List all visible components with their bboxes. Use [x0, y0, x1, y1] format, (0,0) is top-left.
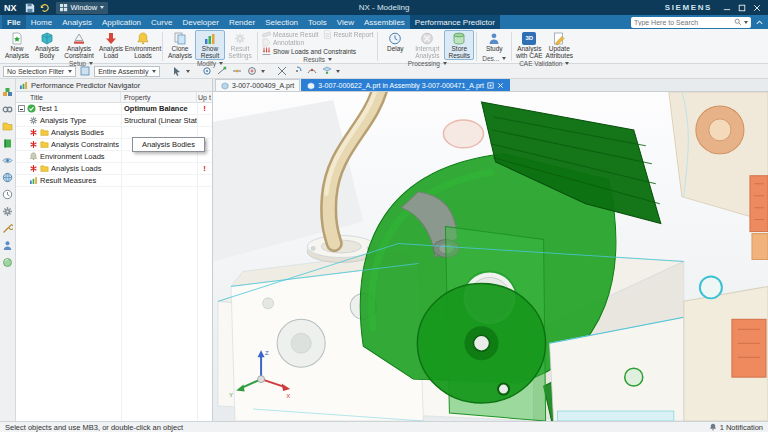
notification-text[interactable]: 1 Notification	[720, 423, 763, 432]
group-divider	[162, 32, 163, 61]
restore-button[interactable]	[734, 1, 749, 14]
navigator-title: Performance Predictor Navigator	[31, 81, 140, 90]
constraint-navigator-icon[interactable]	[2, 101, 13, 112]
store-results-button[interactable]: Store Results	[444, 30, 474, 60]
green-disc-part[interactable]	[417, 283, 545, 403]
pin-tab-icon[interactable]	[487, 82, 494, 89]
tab-curve[interactable]: Curve	[146, 15, 177, 29]
minimize-button[interactable]	[719, 1, 734, 14]
save-icon[interactable]	[24, 2, 36, 14]
hd3d-tools-icon[interactable]	[2, 152, 13, 163]
endpoint-snap-icon[interactable]	[216, 65, 228, 77]
tree-row-environment-loads[interactable]: Environment Loads	[16, 151, 212, 163]
clone-analysis-button[interactable]: Clone Analysis	[165, 30, 195, 60]
process-studio-icon[interactable]	[2, 203, 13, 214]
roles-icon[interactable]	[2, 237, 13, 248]
selection-scope-icon[interactable]	[79, 65, 91, 77]
undo-icon[interactable]	[38, 2, 50, 14]
chevron-down-icon[interactable]	[336, 70, 340, 73]
navigator-header[interactable]: Performance Predictor Navigator	[16, 79, 212, 92]
analysis-body-button[interactable]: Analysis Body	[32, 30, 62, 60]
search-icon[interactable]	[734, 18, 742, 26]
analysis-constraint-button[interactable]: Analysis Constraint	[62, 30, 96, 60]
tab-render[interactable]: Render	[224, 15, 260, 29]
button-label: Analysis Constraint	[63, 46, 95, 59]
part-navigator-icon[interactable]	[2, 118, 13, 129]
doc-tab-1[interactable]: 3-007-000409_A.prt	[215, 79, 300, 91]
reuse-library-icon[interactable]	[2, 135, 13, 146]
point-on-curve-icon[interactable]	[306, 65, 318, 77]
performance-predictor-navigator: Performance Predictor Navigator Title Pr…	[16, 79, 213, 421]
center-snap-icon[interactable]	[246, 65, 258, 77]
chevron-down-icon	[502, 57, 506, 60]
search-input[interactable]	[634, 19, 732, 26]
close-tab-icon[interactable]	[497, 82, 504, 89]
point-on-face-icon[interactable]	[321, 65, 333, 77]
column-property[interactable]: Property	[121, 92, 197, 102]
analysis-with-cae-button[interactable]: 3D Analysis with CAE	[514, 30, 544, 60]
chevron-down-icon[interactable]	[186, 70, 190, 73]
notification-bell-icon[interactable]	[709, 423, 717, 431]
select-cursor-icon[interactable]	[171, 65, 183, 77]
result-report-button: Result Report	[321, 30, 376, 39]
siemens-logo: SIEMENS	[665, 3, 712, 12]
tab-application[interactable]: Application	[97, 15, 146, 29]
command-search[interactable]	[631, 17, 751, 28]
tab-view[interactable]: View	[332, 15, 359, 29]
tab-home[interactable]: Home	[26, 15, 57, 29]
analysis-load-button[interactable]: Analysis Load	[96, 30, 126, 60]
study-button[interactable]: Study	[479, 30, 509, 54]
tab-selection[interactable]: Selection	[260, 15, 303, 29]
web-browser-icon[interactable]	[2, 169, 13, 180]
tree-row-test1[interactable]: Test 1 Optimum Balance !	[16, 103, 212, 115]
show-loads-and-constraints-button[interactable]: Show Loads and Constraints	[260, 47, 358, 56]
tree-row-analysis-type[interactable]: Analysis Type Structural (Linear Statics…	[16, 115, 212, 127]
column-title[interactable]: Title	[16, 92, 121, 102]
group-label-cae-validation[interactable]: CAE Validation	[514, 60, 574, 67]
selection-filter-combo[interactable]: No Selection Filter	[3, 66, 76, 77]
tab-file[interactable]: File	[2, 15, 26, 29]
button-label: Analysis Load	[97, 46, 125, 59]
required-asterisk-icon	[29, 128, 38, 137]
button-label: Result Report	[334, 31, 374, 38]
3d-scene[interactable]: Z X Y	[213, 92, 768, 421]
tree-row-analysis-loads[interactable]: Analysis Loads !	[16, 163, 212, 175]
minimize-ribbon-icon[interactable]	[755, 18, 764, 27]
show-result-icon	[203, 32, 217, 45]
chevron-down-icon[interactable]	[261, 70, 265, 73]
result-settings-icon	[233, 32, 247, 45]
system-materials-icon[interactable]	[2, 254, 13, 265]
group-label-design[interactable]: Des...	[479, 54, 509, 63]
assembly-navigator-icon[interactable]	[2, 84, 13, 95]
intersection-snap-icon[interactable]	[276, 65, 288, 77]
chevron-down-icon	[68, 70, 72, 73]
new-analysis-button[interactable]: New Analysis	[2, 30, 32, 60]
salmon-ring-part[interactable]	[443, 120, 483, 148]
navigator-icon	[19, 81, 28, 90]
tree-row-result-measures[interactable]: Result Measures	[16, 175, 212, 187]
expander-icon[interactable]	[18, 105, 25, 112]
delay-button[interactable]: Delay	[380, 30, 410, 54]
group-label-results[interactable]: Results	[260, 56, 375, 64]
doc-tab-2-active[interactable]: 3-007-000622_A.prt in Assembly 3-007-000…	[301, 79, 510, 91]
update-attributes-button[interactable]: Update Attributes	[544, 30, 574, 60]
window-menu-button[interactable]: Window	[56, 2, 109, 14]
button-label: Result Settings	[226, 46, 254, 59]
tab-performance-predictor[interactable]: Performance Predictor	[410, 15, 500, 29]
quadrant-snap-icon[interactable]	[291, 65, 303, 77]
manufacturing-wizard-icon[interactable]	[2, 220, 13, 231]
show-result-button[interactable]: Show Result	[195, 30, 225, 60]
environment-loads-button[interactable]: Environment Loads	[126, 30, 160, 60]
history-icon[interactable]	[2, 186, 13, 197]
search-dropdown-icon[interactable]	[744, 21, 748, 24]
close-button[interactable]	[749, 1, 764, 14]
tab-analysis[interactable]: Analysis	[57, 15, 97, 29]
column-up[interactable]: Up t	[197, 92, 212, 102]
selection-scope-combo[interactable]: Entire Assembly	[94, 66, 160, 77]
tab-tools[interactable]: Tools	[303, 15, 332, 29]
group-label-processing[interactable]: Processing	[380, 60, 474, 67]
midpoint-snap-icon[interactable]	[231, 65, 243, 77]
tab-developer[interactable]: Developer	[177, 15, 223, 29]
tab-assemblies[interactable]: Assemblies	[359, 15, 410, 29]
snap-point-icon[interactable]	[201, 65, 213, 77]
